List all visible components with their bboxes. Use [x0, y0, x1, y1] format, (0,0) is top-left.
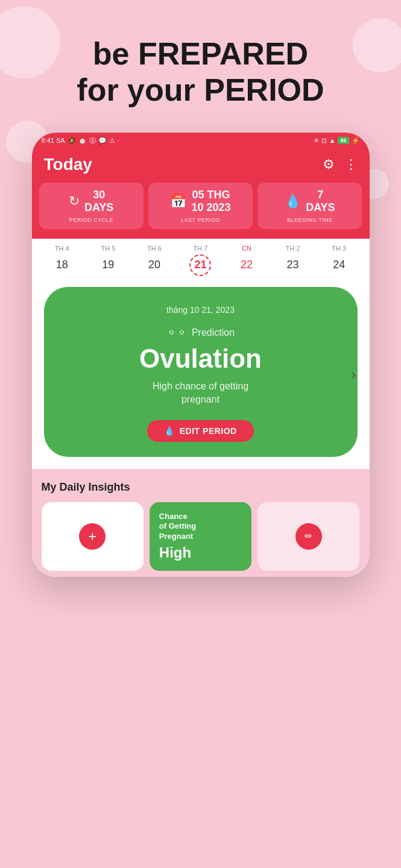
bleeding-value: 7DAYS [306, 189, 335, 215]
hd-icon: Ⓢ [89, 136, 96, 145]
messenger-icon: 💬 [98, 137, 107, 145]
nav-next-button[interactable]: › [352, 366, 356, 383]
cal-day-name-5: TH 2 [286, 245, 300, 252]
card-subtitle: High chance of gettingpregnant [62, 380, 339, 407]
insights-title: My Daily Insights [42, 481, 360, 494]
insight-chance-card[interactable]: Chanceof GettingPregnant High [150, 502, 251, 571]
cal-day-name-today: TH 7 [194, 245, 208, 252]
cal-day-num-1: 19 [97, 254, 119, 276]
phone-screen: 8:41 SA 🔕 ⏰ Ⓢ 💬 ⚠ · ✳ ⊡ ▲ 86 ⚡ Today ⚙ ⋮ [32, 133, 370, 577]
edit-insight-button[interactable]: ✏ [295, 523, 322, 550]
mute-icon: 🔕 [68, 137, 76, 145]
add-log-button[interactable]: + [79, 523, 106, 550]
prediction-label: Prediction [192, 327, 235, 338]
cal-day-today[interactable]: TH 7 21 [185, 245, 216, 276]
cal-day-6[interactable]: TH 3 24 [323, 245, 355, 276]
stats-row: ↻ 30DAYS PERIOD CYCLE 📅 05 THG10 2023 LA… [32, 183, 370, 239]
status-left: 8:41 SA 🔕 ⏰ Ⓢ 💬 ⚠ · [42, 136, 119, 145]
phone-mockup: 8:41 SA 🔕 ⏰ Ⓢ 💬 ⚠ · ✳ ⊡ ▲ 86 ⚡ Today ⚙ ⋮ [0, 133, 401, 577]
last-period-value: 05 THG10 2023 [191, 189, 230, 215]
charging-icon: ⚡ [352, 137, 360, 145]
alarm-icon: ⏰ [78, 137, 87, 145]
hero-line2: for your PERIOD [77, 72, 324, 107]
calendar-icon: 📅 [170, 193, 186, 209]
status-bar: 8:41 SA 🔕 ⏰ Ⓢ 💬 ⚠ · ✳ ⊡ ▲ 86 ⚡ [32, 133, 370, 149]
wifi-icon: ▲ [329, 137, 336, 144]
cycle-label: PERIOD CYCLE [69, 217, 113, 223]
chance-value: High [159, 544, 191, 561]
cal-day-num-5: 23 [282, 254, 304, 276]
cal-day-num-4: 22 [236, 254, 257, 276]
drop-icon: 💧 [285, 193, 301, 209]
cycle-value: 30DAYS [84, 189, 113, 215]
cal-day-num-2: 20 [144, 254, 165, 276]
chance-label: Chanceof GettingPregnant [159, 512, 196, 542]
cal-day-name-0: TH 4 [55, 245, 69, 252]
cal-day-5[interactable]: TH 2 23 [277, 245, 309, 276]
cal-day-num-0: 18 [51, 254, 73, 276]
menu-button[interactable]: ⋮ [344, 157, 358, 172]
cal-day-4[interactable]: CN 22 [231, 245, 262, 276]
cal-day-name-4: CN [242, 245, 251, 252]
card-date: tháng 10 21, 2023 [62, 305, 339, 315]
insight-edit-card[interactable]: ✏ [257, 502, 359, 571]
warning-icon: ⚠ [109, 137, 115, 145]
bluetooth-icon: ✳ [314, 137, 319, 145]
page-title: Today [44, 155, 92, 174]
hero-line1: be FREPARED [93, 36, 308, 71]
prediction-row: ⚬⚬ Prediction [62, 326, 339, 340]
card-main-title: Ovulation [62, 344, 339, 374]
stat-period-cycle[interactable]: ↻ 30DAYS PERIOD CYCLE [39, 183, 144, 229]
screen-icon: ⊡ [321, 137, 327, 145]
dot-icon: · [118, 137, 119, 144]
cycle-icon: ↻ [69, 193, 80, 209]
insight-add-card[interactable]: + [42, 502, 144, 571]
main-card-area: ‹ tháng 10 21, 2023 ⚬⚬ Prediction Ovulat… [32, 281, 370, 469]
top-bar: Today ⚙ ⋮ [32, 149, 370, 183]
hero-section: be FREPARED for your PERIOD [0, 0, 401, 133]
insights-section: My Daily Insights + Chanceof GettingPreg… [32, 469, 370, 577]
cal-day-num-today: 21 [189, 254, 211, 276]
bleeding-label: BLEEDING TIME [287, 217, 333, 223]
cal-day-name-6: TH 3 [332, 245, 346, 252]
cal-day-1[interactable]: TH 5 19 [92, 245, 124, 276]
top-bar-actions: ⚙ ⋮ [323, 157, 358, 172]
stat-bleeding-time[interactable]: 💧 7DAYS BLEEDING TIME [257, 183, 362, 229]
cal-day-2[interactable]: TH 6 20 [139, 245, 170, 276]
stat-last-period[interactable]: 📅 05 THG10 2023 LAST PERIOD [148, 183, 253, 229]
status-time: 8:41 SA [42, 137, 65, 144]
settings-button[interactable]: ⚙ [323, 157, 335, 172]
cal-day-0[interactable]: TH 4 18 [46, 245, 78, 276]
cal-day-name-2: TH 6 [147, 245, 162, 252]
edit-icon: ✏ [305, 530, 312, 542]
ovulation-card: tháng 10 21, 2023 ⚬⚬ Prediction Ovulatio… [44, 287, 358, 457]
edit-btn-label: EDIT PERIOD [180, 426, 237, 436]
insights-cards: + Chanceof GettingPregnant High ✏ [42, 502, 360, 571]
battery-indicator: 86 [338, 137, 349, 144]
cal-day-name-1: TH 5 [101, 245, 115, 252]
last-period-label: LAST PERIOD [181, 217, 220, 223]
edit-drop-icon: 💧 [164, 426, 175, 436]
calendar-row: TH 4 18 TH 5 19 TH 6 20 TH 7 21 CN 22 TH… [32, 239, 370, 281]
prediction-icon: ⚬⚬ [166, 326, 187, 340]
edit-period-button[interactable]: 💧 EDIT PERIOD [147, 420, 253, 442]
cal-day-num-6: 24 [328, 254, 350, 276]
status-right: ✳ ⊡ ▲ 86 ⚡ [314, 137, 360, 145]
